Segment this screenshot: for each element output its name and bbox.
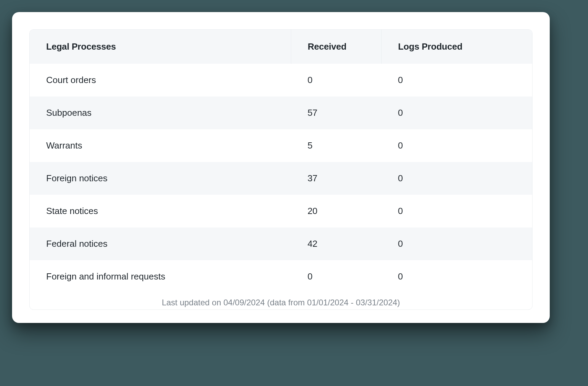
col-header-legal: Legal Processes — [30, 30, 291, 64]
table-row: State notices 20 0 — [30, 195, 532, 227]
table-row: Foreign notices 37 0 — [30, 162, 532, 195]
table-row: Foreign and informal requests 0 0 — [30, 260, 532, 293]
table-row: Federal notices 42 0 — [30, 227, 532, 260]
cell-logs: 0 — [382, 64, 532, 96]
col-header-received: Received — [291, 30, 381, 64]
cell-legal: Foreign and informal requests — [30, 260, 291, 293]
table-row: Subpoenas 57 0 — [30, 96, 532, 129]
table-row: Warrants 5 0 — [30, 129, 532, 162]
cell-logs: 0 — [382, 162, 532, 195]
cell-legal: Federal notices — [30, 227, 291, 260]
cell-received: 42 — [291, 227, 381, 260]
cell-logs: 0 — [382, 195, 532, 227]
cell-received: 37 — [291, 162, 381, 195]
cell-received: 57 — [291, 96, 381, 129]
cell-received: 5 — [291, 129, 381, 162]
table-row: Court orders 0 0 — [30, 64, 532, 96]
cell-logs: 0 — [382, 129, 532, 162]
col-header-logs: Logs Produced — [382, 30, 532, 64]
cell-received: 0 — [291, 64, 381, 96]
table-header-row: Legal Processes Received Logs Produced — [30, 30, 532, 64]
cell-logs: 0 — [382, 227, 532, 260]
cell-legal: Subpoenas — [30, 96, 291, 129]
last-updated-note: Last updated on 04/09/2024 (data from 01… — [30, 293, 532, 309]
cell-legal: State notices — [30, 195, 291, 227]
cell-received: 20 — [291, 195, 381, 227]
cell-legal: Court orders — [30, 64, 291, 96]
cell-logs: 0 — [382, 96, 532, 129]
report-card: Legal Processes Received Logs Produced C… — [12, 12, 550, 323]
cell-received: 0 — [291, 260, 381, 293]
legal-processes-table: Legal Processes Received Logs Produced C… — [30, 30, 532, 293]
legal-processes-table-wrap: Legal Processes Received Logs Produced C… — [29, 29, 533, 310]
cell-legal: Warrants — [30, 129, 291, 162]
cell-legal: Foreign notices — [30, 162, 291, 195]
cell-logs: 0 — [382, 260, 532, 293]
